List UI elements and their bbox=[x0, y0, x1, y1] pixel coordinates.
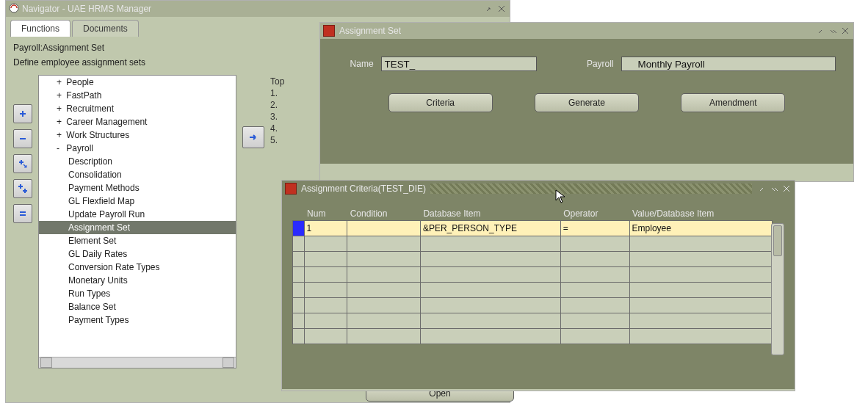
grid-row[interactable] bbox=[293, 329, 773, 344]
cell-db[interactable] bbox=[421, 313, 560, 328]
name-field[interactable] bbox=[381, 57, 537, 71]
top-ten-slot[interactable]: 3. bbox=[270, 112, 284, 122]
cell-val[interactable] bbox=[630, 283, 772, 297]
navigator-titlebar[interactable]: Navigator - UAE HRMS Manager bbox=[6, 1, 510, 17]
tree-item[interactable]: + Career Management bbox=[39, 115, 236, 128]
row-selector[interactable] bbox=[293, 252, 305, 267]
cell-num[interactable] bbox=[305, 329, 347, 344]
tree-item[interactable]: + Recruitment bbox=[39, 102, 236, 115]
cell-op[interactable] bbox=[561, 298, 629, 313]
cell-condition[interactable] bbox=[347, 313, 420, 328]
minimize-icon[interactable] bbox=[817, 26, 827, 36]
tree-item[interactable]: Conversion Rate Types bbox=[39, 261, 236, 274]
top-ten-slot[interactable]: 4. bbox=[270, 123, 284, 134]
grid-scrollbar-vertical[interactable] bbox=[771, 223, 784, 355]
grid-row[interactable] bbox=[293, 298, 773, 313]
generate-button[interactable]: Generate bbox=[535, 93, 639, 112]
minimize-icon[interactable] bbox=[485, 4, 495, 14]
row-selector[interactable] bbox=[293, 283, 305, 298]
collapse-all-button[interactable] bbox=[13, 204, 32, 223]
cell-val[interactable] bbox=[630, 267, 772, 282]
cell-num[interactable] bbox=[305, 313, 347, 328]
cell-condition[interactable] bbox=[347, 283, 420, 297]
close-icon[interactable] bbox=[781, 184, 792, 194]
cell-condition[interactable] bbox=[347, 298, 420, 313]
criteria-titlebar[interactable]: Assignment Criteria(TEST_DIE) bbox=[282, 181, 795, 197]
cell-db[interactable] bbox=[421, 221, 560, 236]
tree-item[interactable]: Element Set bbox=[39, 234, 236, 247]
expand-all-button[interactable] bbox=[13, 179, 32, 198]
cell-op[interactable] bbox=[561, 313, 629, 328]
cell-condition[interactable] bbox=[347, 252, 420, 266]
cell-num[interactable] bbox=[305, 236, 347, 251]
grid-row[interactable] bbox=[293, 283, 773, 298]
restore-icon[interactable] bbox=[828, 26, 839, 36]
row-selector[interactable] bbox=[293, 221, 305, 236]
cell-val[interactable] bbox=[630, 236, 772, 251]
close-icon[interactable] bbox=[496, 4, 507, 14]
cell-db[interactable] bbox=[421, 236, 560, 251]
cell-condition[interactable] bbox=[347, 221, 420, 236]
cell-condition[interactable] bbox=[347, 329, 420, 344]
tree-item[interactable]: Payment Methods bbox=[39, 181, 236, 195]
row-selector[interactable] bbox=[293, 329, 305, 344]
expand-branch-button[interactable] bbox=[13, 154, 32, 173]
cell-num[interactable] bbox=[305, 283, 347, 297]
tree-item[interactable]: Assignment Set bbox=[39, 221, 236, 234]
row-selector[interactable] bbox=[293, 236, 305, 252]
grid-row[interactable] bbox=[293, 267, 773, 283]
cell-db[interactable] bbox=[421, 267, 560, 282]
row-selector[interactable] bbox=[293, 298, 305, 313]
collapse-node-button[interactable] bbox=[13, 129, 32, 148]
cell-db[interactable] bbox=[421, 329, 560, 344]
tab-functions[interactable]: Functions bbox=[10, 20, 70, 37]
row-selector[interactable] bbox=[293, 267, 305, 283]
grid-row[interactable] bbox=[293, 252, 773, 267]
tree-item[interactable]: GL Flexfield Map bbox=[39, 195, 236, 208]
minimize-icon[interactable] bbox=[758, 184, 768, 194]
close-icon[interactable] bbox=[840, 26, 850, 36]
tree-item[interactable]: Monetary Units bbox=[39, 274, 236, 287]
cell-db[interactable] bbox=[421, 283, 560, 297]
assignment-set-titlebar[interactable]: Assignment Set bbox=[320, 23, 853, 39]
tree-scrollbar-horizontal[interactable] bbox=[39, 357, 236, 368]
tree-item[interactable]: Update Payroll Run bbox=[39, 208, 236, 221]
tree-item[interactable]: Payment Types bbox=[39, 313, 236, 327]
amendment-button[interactable]: Amendment bbox=[681, 93, 785, 112]
tree-item[interactable]: Run Types bbox=[39, 287, 236, 300]
cell-val[interactable] bbox=[630, 329, 772, 344]
cell-val[interactable] bbox=[630, 221, 772, 236]
cell-num[interactable] bbox=[305, 221, 347, 236]
grid-row[interactable] bbox=[293, 221, 773, 236]
cell-num[interactable] bbox=[305, 298, 347, 313]
cell-val[interactable] bbox=[630, 252, 772, 266]
cell-op[interactable] bbox=[561, 329, 629, 344]
tree-item[interactable]: Consolidation bbox=[39, 168, 236, 181]
cell-db[interactable] bbox=[421, 252, 560, 266]
tree-item[interactable]: + Work Structures bbox=[39, 128, 236, 142]
criteria-button[interactable]: Criteria bbox=[388, 93, 493, 112]
top-ten-slot[interactable]: 2. bbox=[270, 100, 284, 110]
tree-item[interactable]: + People bbox=[39, 76, 236, 89]
add-to-top-ten-button[interactable] bbox=[242, 126, 264, 148]
cell-condition[interactable] bbox=[347, 267, 420, 282]
expand-node-button[interactable] bbox=[13, 104, 32, 123]
cell-num[interactable] bbox=[305, 252, 347, 266]
cell-op[interactable] bbox=[561, 252, 629, 266]
cell-op[interactable] bbox=[561, 283, 629, 297]
cell-op[interactable] bbox=[561, 267, 629, 282]
criteria-grid[interactable]: Num Condition Database Item Operator Val… bbox=[292, 207, 773, 344]
cell-op[interactable] bbox=[561, 221, 629, 236]
cell-op[interactable] bbox=[561, 236, 629, 251]
grid-row[interactable] bbox=[293, 236, 773, 252]
tab-documents[interactable]: Documents bbox=[72, 20, 139, 37]
cell-val[interactable] bbox=[630, 298, 772, 313]
cell-condition[interactable] bbox=[347, 236, 420, 251]
tree-item[interactable]: Description bbox=[39, 155, 236, 168]
grid-row[interactable] bbox=[293, 313, 773, 329]
tree-item[interactable]: GL Daily Rates bbox=[39, 247, 236, 261]
top-ten-slot[interactable]: 1. bbox=[270, 88, 284, 98]
cell-num[interactable] bbox=[305, 267, 347, 282]
cell-val[interactable] bbox=[630, 313, 772, 328]
tree-item[interactable]: Balance Set bbox=[39, 300, 236, 313]
